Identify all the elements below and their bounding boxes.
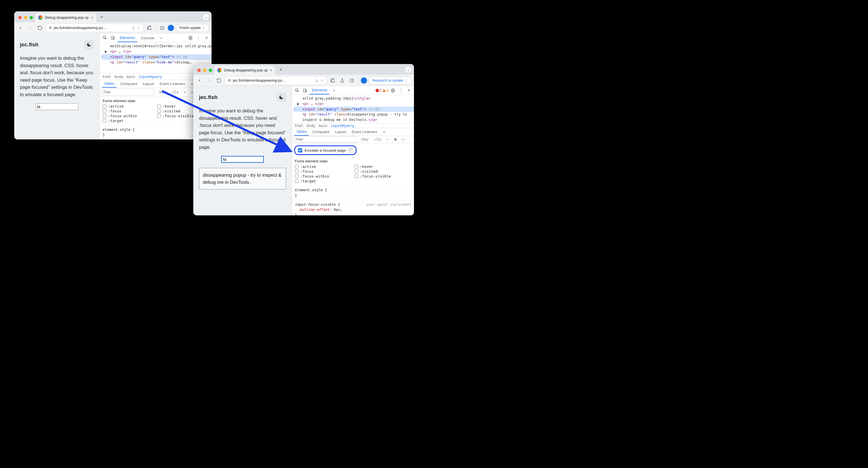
profile-avatar-icon[interactable] <box>361 78 367 84</box>
extensions-icon[interactable] <box>145 24 153 32</box>
profile-avatar-icon[interactable] <box>168 25 174 31</box>
tabs-dropdown-icon[interactable]: ⌄ <box>405 66 412 73</box>
update-button[interactable]: Relaunch to update⋮ <box>369 77 412 85</box>
close-window-icon[interactable] <box>197 68 201 72</box>
reload-icon[interactable] <box>36 24 44 32</box>
computed-toggle-icon[interactable]: ▭ <box>401 137 406 142</box>
state-focus-visible[interactable]: :focus-visible <box>354 174 411 178</box>
error-count-badge[interactable]: 2 <box>376 88 381 92</box>
dom-selected-node[interactable]: ⋯<input id="query" type="text"> == $0 <box>101 54 212 60</box>
query-input[interactable] <box>35 103 78 110</box>
state-hover[interactable]: :hover <box>354 165 411 169</box>
cls-toggle[interactable]: .cls <box>372 137 382 142</box>
hov-toggle[interactable]: :hov <box>359 137 370 142</box>
new-tab-button[interactable]: + <box>277 66 285 74</box>
css-element-style[interactable]: element.style { } <box>292 185 414 200</box>
emulate-focused-checkbox[interactable] <box>298 148 302 152</box>
bookmark-icon[interactable]: ☆ <box>137 26 141 30</box>
zoom-window-icon[interactable] <box>30 16 33 19</box>
close-devtools-icon[interactable]: ✕ <box>405 87 412 94</box>
settings-gear-icon[interactable] <box>187 34 194 41</box>
crumb-active[interactable]: input#query <box>331 123 354 128</box>
minimize-window-icon[interactable] <box>203 68 207 72</box>
back-icon[interactable] <box>196 77 204 85</box>
browser-tab[interactable]: Debug disappearing pop up × <box>214 66 275 75</box>
close-tab-icon[interactable]: × <box>91 16 93 20</box>
close-window-icon[interactable] <box>18 16 22 19</box>
tab-elements[interactable]: Elements <box>117 34 137 42</box>
inspect-element-icon[interactable] <box>294 87 301 94</box>
address-bar[interactable]: ⚙ jec.fish/demo/disappearing-po… ⭳ ☆ <box>225 76 327 85</box>
help-icon[interactable]: ? <box>348 148 353 152</box>
tab-console[interactable]: Console <box>138 34 157 42</box>
subtab-styles[interactable]: Styles <box>294 128 309 136</box>
emulate-focused-page[interactable]: Emulate a focused page ? <box>294 145 356 155</box>
dom-selected-node[interactable]: ⋯<input id="query" type="text"> == $0 <box>294 107 414 112</box>
dark-mode-toggle[interactable] <box>276 92 286 102</box>
state-active[interactable]: :active <box>295 165 352 169</box>
cls-toggle[interactable]: .cls <box>169 90 180 95</box>
state-focus-within[interactable]: :focus-within <box>103 114 154 118</box>
kebab-menu-icon[interactable]: ⋮ <box>398 87 404 94</box>
warning-count-badge[interactable]: 3 <box>382 88 389 92</box>
subtab-event-listeners[interactable]: Event Listeners <box>157 80 187 87</box>
install-app-icon[interactable]: ⭳ <box>132 26 135 30</box>
state-focus[interactable]: :focus <box>103 109 154 113</box>
inspect-element-icon[interactable] <box>101 34 108 41</box>
site-settings-icon[interactable]: ⚙ <box>228 78 231 83</box>
hov-toggle[interactable]: :hov <box>156 90 167 95</box>
more-subtabs-icon[interactable]: » <box>381 128 388 136</box>
query-input[interactable] <box>221 156 264 163</box>
more-tabs-icon[interactable]: » <box>158 34 165 41</box>
browser-tab[interactable]: Debug disappearing pop up × <box>35 13 96 22</box>
forward-icon[interactable] <box>205 77 213 85</box>
close-tab-icon[interactable]: × <box>270 68 272 72</box>
bookmark-icon[interactable]: ☆ <box>320 78 324 83</box>
new-tab-button[interactable]: + <box>98 13 106 21</box>
css-ua-rule[interactable]: user agent stylesheet input:focus-visibl… <box>292 200 414 216</box>
zoom-window-icon[interactable] <box>209 68 212 72</box>
crumb[interactable]: body <box>115 75 123 79</box>
reload-icon[interactable] <box>215 77 223 85</box>
update-button[interactable]: Finish update⋮ <box>176 24 209 32</box>
crumb[interactable]: html <box>295 123 303 128</box>
side-panel-icon[interactable] <box>348 77 356 85</box>
state-visited[interactable]: :visited <box>354 169 411 174</box>
minimize-window-icon[interactable] <box>24 16 27 19</box>
styles-filter-input[interactable] <box>101 89 154 96</box>
tabs-dropdown-icon[interactable]: ⌄ <box>203 14 209 21</box>
subtab-layout[interactable]: Layout <box>333 128 348 136</box>
crumb-active[interactable]: input#query <box>138 75 162 79</box>
print-media-icon[interactable]: 🖶 <box>393 137 398 142</box>
dom-breadcrumbs[interactable]: html body main input#query <box>292 123 414 128</box>
site-brand[interactable]: jec.fish <box>20 41 38 48</box>
extensions-icon[interactable] <box>329 77 337 85</box>
site-brand[interactable]: jec.fish <box>199 94 217 100</box>
new-rule-icon[interactable]: ＋ <box>385 137 390 143</box>
state-focus-within[interactable]: :focus-within <box>295 174 352 178</box>
state-focus[interactable]: :focus <box>295 169 352 174</box>
site-settings-icon[interactable]: ⚙ <box>49 26 52 30</box>
back-icon[interactable] <box>17 24 25 32</box>
state-target[interactable]: :target <box>103 119 154 123</box>
close-devtools-icon[interactable]: ✕ <box>203 34 210 41</box>
side-panel-icon[interactable] <box>158 24 166 32</box>
forward-icon[interactable] <box>26 24 34 32</box>
subtab-styles[interactable]: Styles <box>102 80 117 88</box>
device-toggle-icon[interactable] <box>110 34 116 41</box>
dark-mode-toggle[interactable] <box>84 40 94 50</box>
settings-gear-icon[interactable] <box>390 87 396 94</box>
tab-elements[interactable]: Elements <box>310 86 330 94</box>
subtab-computed[interactable]: Computed <box>118 80 139 87</box>
crumb[interactable]: main <box>319 123 327 128</box>
state-target[interactable]: :target <box>295 179 352 183</box>
state-active[interactable]: :active <box>103 104 154 108</box>
crumb[interactable]: body <box>307 123 315 128</box>
labs-icon[interactable] <box>338 77 346 85</box>
new-rule-icon[interactable]: ＋ <box>182 89 188 95</box>
subtab-layout[interactable]: Layout <box>141 80 156 87</box>
crumb[interactable]: main <box>126 75 135 79</box>
subtab-computed[interactable]: Computed <box>310 128 332 136</box>
kebab-menu-icon[interactable]: ⋮ <box>195 34 202 41</box>
device-toggle-icon[interactable] <box>302 87 308 94</box>
